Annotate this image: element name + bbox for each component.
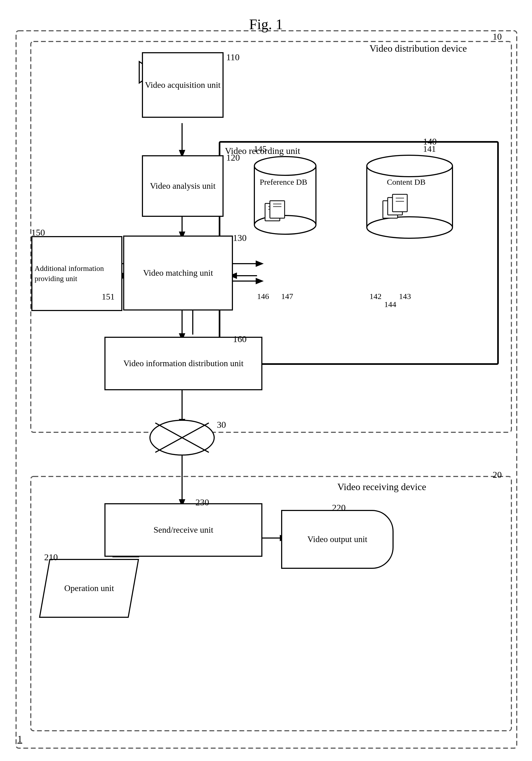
svg-point-40: [150, 420, 214, 455]
svg-point-36: [367, 155, 452, 177]
vrd-name-label: Video receiving device: [337, 481, 426, 493]
figure-title: Fig. 1: [22, 16, 510, 33]
vid-info-dist-ref: 160: [233, 334, 247, 344]
vdd-name-label: Video distribution device: [370, 43, 467, 54]
svg-rect-43: [265, 204, 280, 221]
vdd-ref-label: 10: [493, 31, 502, 42]
video-info-dist-block: Video information distribution unit: [104, 337, 263, 390]
content-icon-ref1: 142: [370, 292, 382, 301]
content-icon-ref3: 144: [384, 300, 396, 309]
video-acq-ref: 110: [226, 52, 240, 62]
vrd-ref-label: 20: [493, 470, 502, 480]
content-db-name: Content DB: [387, 177, 426, 187]
pref-db-name: Preference DB: [260, 177, 307, 187]
svg-rect-3: [219, 142, 498, 364]
svg-rect-0: [16, 31, 517, 748]
video-output-block: Video output unit: [281, 510, 393, 569]
system-ref-label: 1: [18, 733, 22, 745]
pref-icon-ref1: 146: [257, 292, 269, 301]
operation-unit-label: Operation unit: [64, 582, 114, 594]
diagram-arrows: [0, 0, 532, 761]
additional-info-label: Additional information providing unit: [34, 263, 119, 284]
svg-rect-46: [270, 201, 285, 218]
svg-point-39: [367, 217, 452, 238]
video-matching-ref: 130: [233, 233, 247, 243]
operation-ref: 210: [44, 552, 58, 562]
svg-line-41: [155, 423, 209, 452]
pref-db-ref: 145: [254, 144, 267, 154]
network-ref: 30: [217, 420, 226, 430]
add-info-ref: 150: [31, 227, 45, 238]
svg-rect-49: [383, 201, 398, 218]
pref-icon-ref2: 147: [281, 292, 293, 301]
operation-unit-block: Operation unit: [39, 559, 139, 618]
svg-rect-51: [392, 194, 407, 212]
svg-point-32: [254, 156, 316, 175]
video-matching-block: Video matching unit: [123, 236, 233, 311]
svg-marker-23: [179, 419, 185, 427]
svg-point-35: [254, 215, 316, 234]
svg-marker-11: [256, 278, 264, 284]
content-db-ref: 141: [423, 144, 436, 154]
svg-line-42: [155, 423, 209, 452]
send-receive-ref: 230: [196, 498, 209, 507]
send-receive-block: Send/receive unit: [104, 503, 263, 557]
add-info-icon-ref: 151: [102, 292, 115, 302]
svg-rect-50: [388, 198, 402, 215]
video-analysis-block: Video analysis unit: [142, 155, 223, 217]
video-acquisition-block: Video acquisition unit: [142, 52, 223, 118]
video-output-ref: 220: [332, 503, 346, 513]
content-icon-ref2: 143: [399, 292, 411, 301]
svg-marker-9: [256, 261, 264, 267]
